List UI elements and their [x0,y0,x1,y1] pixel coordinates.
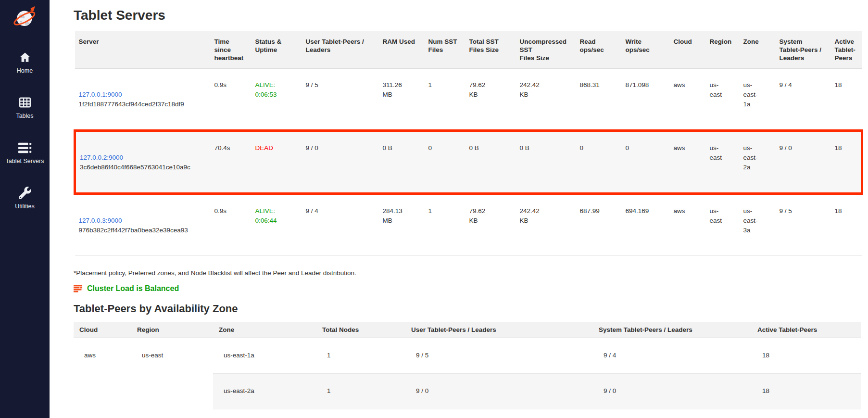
column-header-user-tablet-peers: User Tablet-Peers / Leaders [405,322,593,338]
cell-status: ALIVE: 0:06:44 [252,194,302,256]
cell-user-tablet-peers: 9 / 5 [405,338,593,374]
section-title-tablet-peers-by-az: Tablet-Peers by Availability Zone [74,303,868,315]
sidebar-item-label: Tables [16,113,33,119]
cell-server: 127.0.0.2:9000 3c6deb86f40c4f668e5763041… [75,131,211,194]
yugabyte-planet-icon [12,24,38,32]
cell-active-tablet-peers: 18 [831,131,862,194]
cell-region: us- east [706,194,740,256]
cell-total-sst-size: 79.62 KB [465,69,516,131]
cell-write-ops: 694.169 [622,194,670,256]
cell-user-tablet-peers: 9 / 5 [302,69,379,131]
cell-status: DEAD [252,131,302,194]
utilities-wrench-icon [17,186,33,200]
column-header-write-ops: Write ops/sec [622,31,670,69]
cell-system-tablet-peers: 9 / 5 [776,194,831,256]
cell-active-tablet-peers: 18 [831,69,862,131]
tablet-server-row: 127.0.0.1:9000 1f2fd188777643cf944ced2f3… [75,69,862,131]
sidebar-item-tablet-servers[interactable]: Tablet Servers [0,140,50,165]
zones-table-header-row: Cloud Region Zone Total Nodes User Table… [74,322,861,338]
cell-region: us- east [706,69,740,131]
column-header-active-tablet-peers: Active Tablet-Peers [752,322,861,338]
column-header-num-sst-files: Num SST Files [425,31,465,69]
home-icon [17,50,33,64]
sidebar-item-label: Home [17,67,33,74]
column-header-server: Server [75,31,211,69]
cell-active-tablet-peers: 18 [752,374,861,409]
column-header-cloud: Cloud [670,31,706,69]
cell-num-sst-files: 1 [425,69,465,131]
cell-ram-used: 311.26 MB [379,69,425,131]
cell-user-tablet-peers: 9 / 4 [405,409,593,418]
cell-user-tablet-peers: 9 / 0 [302,131,379,194]
tablet-server-row: 127.0.0.3:9000 976b382c2ff442f7ba0bea32e… [75,194,862,256]
cell-ram-used: 284.13 MB [379,194,425,256]
cell-cloud: aws [74,338,131,418]
app: Home Tables Tablet [0,0,868,418]
tablet-server-row-dead-highlighted: 127.0.0.2:9000 3c6deb86f40c4f668e5763041… [75,131,862,194]
cell-zone: us- east- 2a [740,131,776,194]
sidebar: Home Tables Tablet [0,0,50,418]
cell-total-nodes: 1 [316,409,405,418]
cell-num-sst-files: 1 [425,194,465,256]
placement-footnote: *Placement policy, Preferred zones, and … [74,269,868,277]
column-header-zone: Zone [213,322,316,338]
column-header-total-sst-size: Total SST Files Size [465,31,516,69]
cell-active-tablet-peers: 18 [831,194,862,256]
server-address-link[interactable]: 127.0.0.3:9000 [79,216,122,226]
cluster-load-status[interactable]: Cluster Load is Balanced [74,284,868,293]
cell-server: 127.0.0.3:9000 976b382c2ff442f7ba0bea32e… [75,194,211,256]
cell-user-tablet-peers: 9 / 4 [302,194,379,256]
cell-zone: us- east- 3a [740,194,776,256]
servers-table-header-row: Server Time since heartbeat Status & Upt… [75,31,862,69]
column-header-region: Region [131,322,213,338]
server-uuid: 1f2fd188777643cf944ced2f37c18df9 [79,100,207,109]
main-content: Tablet Servers Server Time since heartbe… [50,0,868,418]
cell-active-tablet-peers: 18 [752,409,861,418]
cell-region: us- east [706,131,740,194]
cell-total-nodes: 1 [316,338,405,374]
cell-zone: us-east-2a [213,374,316,409]
cell-read-ops: 0 [576,131,622,194]
column-header-cloud: Cloud [74,322,131,338]
page-title: Tablet Servers [74,8,868,23]
column-header-active-tablet-peers: Active Tablet- Peers [831,31,862,69]
column-header-heartbeat: Time since heartbeat [211,31,252,69]
column-header-system-tablet-peers: System Tablet-Peers / Leaders [776,31,831,69]
cell-zone: us-east-3a [213,409,316,418]
sidebar-item-label: Tablet Servers [6,158,44,165]
cell-system-tablet-peers: 9 / 0 [593,374,752,409]
cell-read-ops: 868.31 [576,69,622,131]
cell-zone: us- east- 1a [740,69,776,131]
cell-system-tablet-peers: 9 / 4 [776,69,831,131]
cell-heartbeat: 70.4s [211,131,252,194]
cluster-load-status-text: Cluster Load is Balanced [87,284,179,293]
app-logo[interactable] [12,4,38,31]
sidebar-item-home[interactable]: Home [0,50,50,74]
column-header-ram-used: RAM Used [379,31,425,69]
cell-system-tablet-peers: 9 / 4 [593,338,752,374]
cell-uncompressed-sst-size: 242.42 KB [516,69,576,131]
cell-ram-used: 0 B [379,131,425,194]
server-address-link[interactable]: 127.0.0.2:9000 [80,153,123,163]
cell-system-tablet-peers: 9 / 0 [776,131,831,194]
cell-system-tablet-peers: 9 / 5 [593,409,752,418]
az-row: aws us-east us-east-1a 1 9 / 5 9 / 4 18 [74,338,861,374]
column-header-system-tablet-peers: System Tablet-Peers / Leaders [593,322,752,338]
server-uuid: 3c6deb86f40c4f668e5763041ce10a9c [80,163,207,172]
cell-heartbeat: 0.9s [211,194,252,256]
column-header-user-tablet-peers: User Tablet-Peers / Leaders [302,31,379,69]
cell-uncompressed-sst-size: 0 B [516,131,576,194]
cell-cloud: aws [670,131,706,194]
cell-num-sst-files: 0 [425,131,465,194]
az-tablet-peers-table: Cloud Region Zone Total Nodes User Table… [74,322,861,418]
cell-heartbeat: 0.9s [211,69,252,131]
sidebar-item-utilities[interactable]: Utilities [0,186,50,210]
server-address-link[interactable]: 127.0.0.1:9000 [79,90,122,100]
cell-zone: us-east-1a [213,338,316,374]
sidebar-item-tables[interactable]: Tables [0,95,50,119]
column-header-region: Region [706,31,740,69]
cell-write-ops: 0 [622,131,670,194]
cell-status: ALIVE: 0:06:53 [252,69,302,131]
cell-uncompressed-sst-size: 242.42 KB [516,194,576,256]
cell-region: us-east [131,338,213,418]
